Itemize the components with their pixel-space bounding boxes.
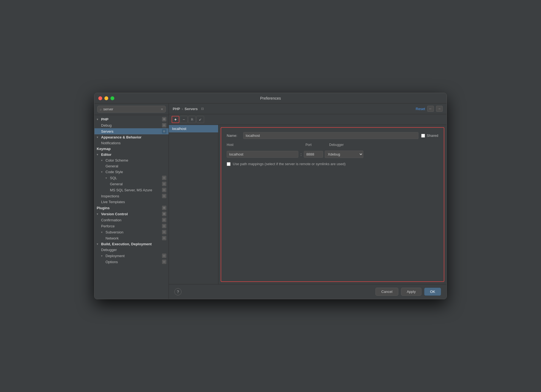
sidebar-item-network[interactable]: Network ⊟	[94, 235, 169, 241]
debugger-select[interactable]: Xdebug Zend Debugger	[325, 151, 363, 158]
maximize-button[interactable]	[110, 96, 114, 100]
right-panel: PHP › Servers ⊟ Reset ← → + −	[169, 104, 447, 299]
sidebar-item-label: Deployment	[106, 254, 125, 258]
port-input[interactable]	[304, 151, 323, 158]
sidebar-item-label: Live Templates	[101, 200, 125, 204]
server-list: localhost	[169, 125, 218, 284]
move-server-button[interactable]: ↙	[196, 116, 204, 123]
config-icon: ⊟	[162, 123, 166, 127]
sidebar-item-live-templates[interactable]: Live Templates	[94, 199, 169, 205]
sidebar-item-notifications[interactable]: Notifications	[94, 140, 169, 146]
sidebar-item-label: Build, Execution, Deployment	[101, 242, 152, 246]
sidebar-item-build-exec-deploy[interactable]: ▾ Build, Execution, Deployment	[94, 241, 169, 247]
arrow-icon: ▾	[97, 243, 101, 246]
sidebar-item-general-sql[interactable]: General ⊟	[94, 181, 169, 187]
sidebar-item-label: SQL	[110, 176, 117, 180]
name-label: Name:	[227, 134, 240, 138]
search-clear-icon[interactable]: ✕	[161, 107, 163, 111]
host-port-debugger-row: : Xdebug Zend Debugger	[227, 151, 438, 158]
arrow-icon: ▾	[101, 231, 105, 234]
sidebar-item-label: General	[106, 164, 118, 168]
sidebar-item-label: Debug	[101, 123, 112, 127]
sidebar-item-label: Keymap	[97, 147, 111, 151]
cancel-button[interactable]: Cancel	[375, 288, 398, 296]
path-mapping-checkbox[interactable]	[227, 162, 231, 166]
sidebar-item-plugins[interactable]: Plugins ⊟	[94, 205, 169, 211]
copy-server-button[interactable]: ⎘	[188, 116, 196, 123]
main-content: ⌕ ✕ ▾ PHP ⊟ Debug ⊟ Ser	[94, 104, 447, 299]
sidebar-item-color-scheme[interactable]: ▾ Color Scheme	[94, 157, 169, 163]
ok-button[interactable]: OK	[424, 288, 441, 296]
sidebar-item-ms-sql[interactable]: MS SQL Server, MS Azure ⊟	[94, 187, 169, 193]
server-list-item[interactable]: localhost	[169, 125, 218, 132]
apply-button[interactable]: Apply	[401, 288, 422, 296]
debugger-col-label: Debugger	[329, 143, 344, 147]
server-item-label: localhost	[172, 127, 186, 131]
shared-checkbox[interactable]	[421, 134, 425, 138]
config-icon: ⊟	[162, 236, 166, 240]
search-box: ⌕ ✕	[97, 106, 166, 113]
sidebar-item-options[interactable]: Options ⊟	[94, 259, 169, 265]
name-input[interactable]	[243, 132, 418, 139]
sidebar-item-appearance-behavior[interactable]: ▾ Appearance & Behavior	[94, 134, 169, 140]
sidebar-item-debugger[interactable]: Debugger	[94, 247, 169, 253]
panel-icon: ⊟	[201, 107, 204, 111]
arrow-icon: ▾	[101, 254, 105, 257]
window-title: Preferences	[260, 96, 281, 100]
sidebar-item-general-colorscheme[interactable]: General	[94, 163, 169, 169]
arrow-icon: ▾	[101, 159, 105, 162]
sidebar-item-servers[interactable]: Servers ⊟	[94, 128, 169, 134]
sidebar-item-deployment[interactable]: ▾ Deployment ⊟	[94, 253, 169, 259]
host-port-debugger-labels: Host Port Debugger	[227, 143, 438, 147]
help-button[interactable]: ?	[174, 288, 182, 295]
sidebar-item-editor[interactable]: ▾ Editor	[94, 152, 169, 157]
sidebar-item-code-style[interactable]: ▾ Code Style	[94, 169, 169, 175]
forward-button[interactable]: →	[436, 106, 443, 112]
sidebar-item-debug[interactable]: Debug ⊟	[94, 122, 169, 128]
panel-header-actions: Reset ← →	[416, 106, 443, 112]
colon-separator: :	[300, 152, 302, 157]
port-col-label: Port	[305, 143, 325, 147]
config-icon: ⊟	[162, 188, 166, 192]
back-button[interactable]: ←	[427, 106, 434, 112]
sidebar-item-sql[interactable]: ▾ SQL ⊟	[94, 175, 169, 181]
remove-server-button[interactable]: −	[180, 116, 188, 123]
host-input[interactable]	[227, 151, 298, 158]
breadcrumb-separator: ›	[182, 107, 183, 111]
reset-button[interactable]: Reset	[416, 107, 425, 111]
sidebar-item-label: Code Style	[106, 170, 123, 174]
config-icon: ⊟	[162, 117, 166, 121]
sidebar-item-subversion[interactable]: ▾ Subversion ⊟	[94, 229, 169, 235]
arrow-icon: ▾	[97, 213, 101, 216]
name-row: Name: Shared	[227, 132, 438, 139]
traffic-lights	[98, 96, 114, 100]
sidebar-tree: ▾ PHP ⊟ Debug ⊟ Servers ⊟ ▾ Appearance	[94, 115, 169, 299]
sidebar-item-confirmation[interactable]: Confirmation ⊟	[94, 217, 169, 223]
server-list-area: + − ⎘ ↙ localhost	[169, 114, 447, 284]
sidebar-item-label: Inspections	[101, 194, 119, 198]
sidebar-item-php[interactable]: ▾ PHP ⊟	[94, 116, 169, 122]
title-bar: Preferences	[94, 93, 447, 104]
breadcrumb-php: PHP	[173, 107, 180, 111]
add-server-button[interactable]: +	[172, 116, 179, 123]
sidebar-item-keymap[interactable]: Keymap	[94, 146, 169, 152]
sidebar-item-inspections[interactable]: Inspections ⊟	[94, 193, 169, 199]
config-icon: ⊟	[162, 260, 166, 264]
close-button[interactable]	[98, 96, 102, 100]
server-and-detail: localhost Name: Shared	[169, 125, 447, 284]
search-input[interactable]	[103, 107, 159, 111]
sidebar-item-version-control[interactable]: ▾ Version Control ⊟	[94, 211, 169, 217]
sidebar-item-label: Servers	[101, 129, 113, 134]
sidebar-item-perforce[interactable]: Perforce ⊟	[94, 223, 169, 229]
minimize-button[interactable]	[104, 96, 108, 100]
arrow-icon: ▾	[97, 153, 101, 156]
config-icon: ⊟	[162, 182, 166, 186]
config-icon: ⊟	[162, 206, 166, 210]
config-icon: ⊟	[162, 129, 166, 134]
sidebar-item-label: Options	[106, 260, 118, 264]
config-icon: ⊟	[162, 224, 166, 228]
shared-checkbox-area: Shared	[421, 134, 438, 138]
server-detail-form: Name: Shared Host	[221, 127, 444, 282]
sidebar-item-label: MS SQL Server, MS Azure	[110, 188, 152, 192]
panel-header: PHP › Servers ⊟ Reset ← →	[169, 104, 447, 114]
